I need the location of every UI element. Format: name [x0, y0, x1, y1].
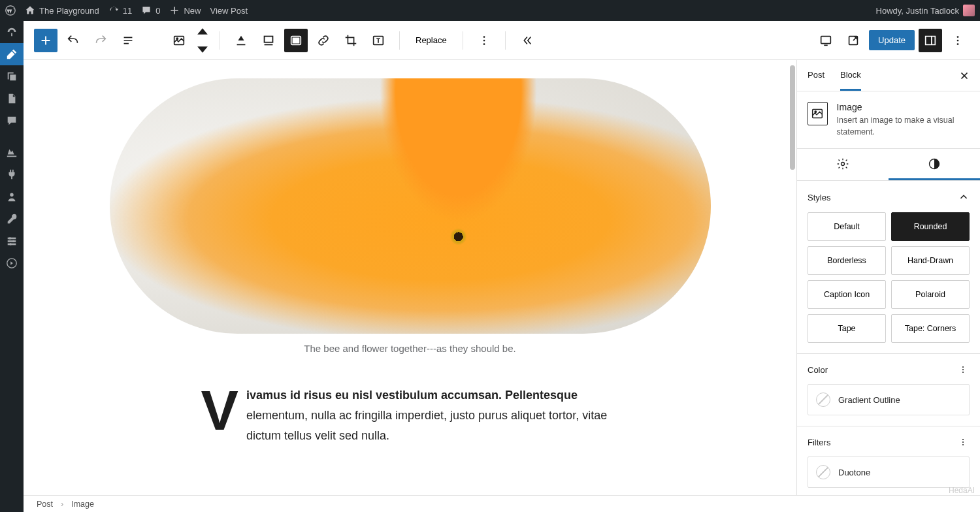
updates-count: 11 [123, 6, 132, 16]
admin-bar: The Playground 11 0 New View Post Howdy,… [0, 0, 980, 21]
howdy-text: Howdy, Justin Tadlock [876, 6, 959, 16]
site-name-link[interactable]: The Playground [25, 5, 99, 16]
updates-link[interactable]: 11 [108, 5, 132, 16]
view-post-link[interactable]: View Post [210, 6, 248, 16]
comments-link[interactable]: 0 [141, 5, 160, 16]
site-name: The Playground [39, 6, 99, 16]
howdy-link[interactable]: Howdy, Justin Tadlock [876, 5, 975, 16]
wp-logo[interactable] [5, 5, 16, 16]
avatar [963, 5, 975, 16]
comments-count: 0 [155, 6, 160, 16]
new-link[interactable]: New [169, 5, 201, 16]
new-label: New [184, 6, 201, 16]
